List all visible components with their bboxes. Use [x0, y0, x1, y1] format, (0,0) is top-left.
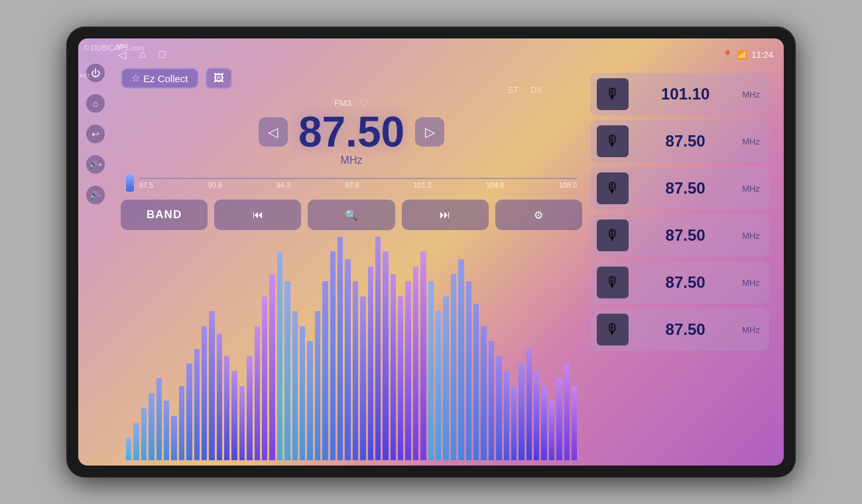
preset-frequency: 87.50 — [635, 132, 735, 151]
scale-value: 90.9 — [208, 181, 221, 189]
scale-value: 97.8 — [345, 181, 359, 189]
spectrum-bar — [247, 356, 252, 460]
spectrum-bar — [126, 438, 131, 460]
spectrum-bar — [315, 311, 320, 460]
spectrum-bar — [133, 423, 139, 460]
spectrum-bar — [519, 363, 524, 460]
search-icon: 🔍 — [345, 209, 358, 221]
spectrum-visualizer — [121, 234, 582, 466]
sidebar: ⏻ ⌂ ↩ 🔊+ 🔊- RST — [78, 38, 113, 466]
spectrum-bar — [405, 281, 410, 460]
screen: © DUBICARS.com MIC ⏻ ⌂ ↩ 🔊+ 🔊- RST — [78, 38, 784, 466]
location-icon: 📍 — [722, 50, 733, 60]
spectrum-bar — [556, 378, 562, 460]
presets-panel: 🎙101.10MHz🎙87.50MHz🎙87.50MHz🎙87.50MHz🎙87… — [590, 68, 776, 466]
sidebar-back[interactable]: ↩ — [86, 125, 105, 143]
spectrum-bar — [420, 251, 426, 460]
preset-item[interactable]: 🎙101.10MHz — [590, 73, 769, 115]
prev-track-button[interactable]: ⏮ — [214, 200, 301, 230]
preset-item[interactable]: 🎙87.50MHz — [590, 261, 769, 304]
spectrum-bar — [194, 349, 200, 461]
spectrum-bar — [398, 296, 403, 460]
nav-square-btn[interactable]: □ — [159, 48, 166, 60]
photo-button[interactable]: 🖼 — [206, 68, 232, 89]
band-button[interactable]: BAND — [121, 200, 208, 230]
spectrum-bar — [224, 356, 229, 460]
equalizer-button[interactable]: ⚙ — [495, 200, 582, 230]
search-button[interactable]: 🔍 — [308, 200, 395, 230]
preset-unit: MHz — [742, 278, 760, 288]
spectrum-bar — [338, 237, 343, 460]
frequency-display: 87.50 — [298, 111, 404, 153]
spectrum-bar — [368, 267, 373, 460]
prev-track-icon: ⏮ — [253, 209, 263, 221]
spectrum-bar — [360, 296, 365, 460]
spectrum-bar — [436, 311, 441, 460]
scale-value: 101.2 — [414, 181, 432, 189]
scale-labels: 87.590.994.397.8101.2104.6108.0 — [139, 181, 577, 189]
spectrum-bar — [209, 311, 214, 460]
spectrum-bar — [171, 416, 176, 460]
spectrum-bar — [231, 371, 237, 460]
scale-bar: 87.590.994.397.8101.2104.6108.0 — [139, 178, 577, 189]
prev-btn[interactable]: ◁ — [259, 117, 288, 147]
spectrum-bar — [202, 326, 207, 460]
spectrum-bar — [534, 371, 539, 460]
wifi-icon: 📶 — [737, 50, 747, 60]
control-buttons: BAND ⏮ 🔍 ⏭ ⚙ — [121, 200, 582, 230]
collect-button[interactable]: ☆ Ez Collect — [121, 68, 199, 89]
preset-frequency: 87.50 — [635, 226, 735, 245]
spectrum-bar — [284, 281, 290, 460]
next-track-icon: ⏭ — [440, 209, 450, 221]
spectrum-bar — [511, 386, 517, 460]
sidebar-vol-down[interactable]: 🔊- — [86, 186, 105, 204]
preset-item[interactable]: 🎙87.50MHz — [590, 308, 769, 351]
scale-indicator — [126, 174, 134, 192]
freq-center: FM3 ♡ 87.50 MHz — [298, 97, 404, 166]
clock: 11:24 — [751, 50, 773, 60]
scale-value: 104.6 — [486, 181, 505, 189]
spectrum-bar — [413, 267, 418, 460]
spectrum-bar — [255, 326, 260, 460]
spectrum-bar — [353, 281, 358, 460]
spectrum-bar — [541, 386, 546, 460]
spectrum-bar — [186, 363, 192, 460]
watermark: © DUBICARS.com — [84, 44, 145, 52]
scale-value: 94.3 — [277, 181, 290, 189]
spectrum-bar — [322, 281, 328, 460]
spectrum-bar — [458, 259, 463, 460]
preset-item[interactable]: 🎙87.50MHz — [590, 214, 769, 257]
preset-item[interactable]: 🎙87.50MHz — [590, 120, 769, 162]
photo-icon: 🖼 — [214, 72, 224, 84]
spectrum-bar — [292, 311, 298, 460]
prev-icon: ◁ — [268, 124, 278, 140]
radio-area: ☆ Ez Collect 🖼 ST DX — [113, 68, 784, 466]
sidebar-vol-up[interactable]: 🔊+ — [86, 155, 105, 174]
sidebar-home[interactable]: ⌂ — [86, 94, 105, 113]
spectrum-bar — [549, 401, 554, 460]
spectrum-bar — [141, 408, 147, 460]
spectrum-bar — [156, 378, 162, 460]
spectrum-bar — [496, 356, 501, 460]
next-btn[interactable]: ▷ — [415, 117, 444, 147]
spectrum-bar — [383, 251, 388, 460]
preset-unit: MHz — [742, 184, 760, 194]
spectrum-bar — [504, 371, 509, 460]
st-dx-row: ST DX — [507, 85, 542, 95]
preset-frequency: 87.50 — [635, 320, 735, 339]
preset-thumbnail: 🎙 — [597, 220, 629, 251]
band-label: FM3 — [334, 98, 351, 108]
freq-display: ST DX ◁ FM3 ♡ 87.50 MHz — [121, 97, 582, 166]
preset-frequency: 87.50 — [635, 273, 735, 292]
next-track-button[interactable]: ⏭ — [402, 200, 489, 230]
rst-label: RST — [80, 73, 90, 79]
spectrum-bar — [179, 386, 184, 460]
preset-unit: MHz — [742, 137, 760, 147]
preset-unit: MHz — [742, 231, 760, 241]
radio-left: ☆ Ez Collect 🖼 ST DX — [121, 68, 582, 466]
spectrum-bar — [217, 334, 222, 460]
preset-item[interactable]: 🎙87.50MHz — [590, 167, 769, 210]
spectrum-bar — [526, 349, 532, 461]
spectrum-bar — [572, 386, 577, 460]
car-bezel: © DUBICARS.com MIC ⏻ ⌂ ↩ 🔊+ 🔊- RST — [66, 27, 796, 477]
